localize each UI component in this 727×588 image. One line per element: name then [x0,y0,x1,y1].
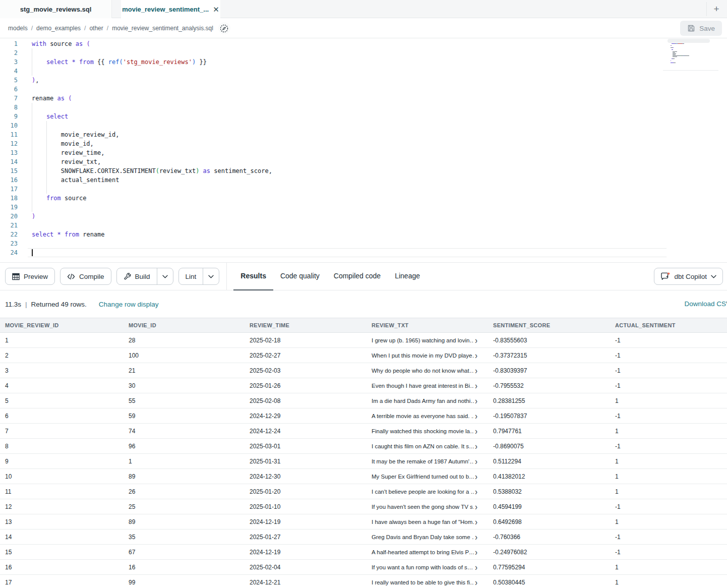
close-tab-icon[interactable]: ✕ [213,6,219,13]
expand-cell-icon[interactable]: › [475,533,477,541]
cell-review-txt: I grew up (b. 1965) watching and lovin…› [367,336,488,344]
expand-cell-icon[interactable]: › [475,351,477,359]
build-button[interactable]: Build [116,268,173,285]
breadcrumb-segment[interactable]: other [89,25,103,32]
code-line-2[interactable]: 2 [0,48,727,57]
expand-cell-icon[interactable]: › [475,518,477,525]
chevron-down-icon [208,275,214,278]
cell: 0.77595294 [488,564,610,571]
wrench-icon [124,273,131,280]
column-header-movie_id[interactable]: MOVIE_ID [124,322,245,328]
expand-cell-icon[interactable]: › [475,473,477,480]
tab-stg-movie-reviews[interactable]: stg_movie_reviews.sql [0,0,112,18]
expand-cell-icon[interactable]: › [475,457,477,465]
expand-cell-icon[interactable]: › [475,427,477,435]
code-line-5[interactable]: 5), [0,76,727,85]
tab-results[interactable]: Results [233,263,273,290]
expand-cell-icon[interactable]: › [475,367,477,374]
breadcrumb-segment[interactable]: models [8,25,28,32]
expand-cell-icon[interactable]: › [475,382,477,389]
code-line-14[interactable]: 14 review_txt, [0,157,727,166]
code-line-6[interactable]: 6 [0,85,727,94]
expand-cell-icon[interactable]: › [475,488,477,495]
column-header-review_txt[interactable]: REVIEW_TXT [367,322,488,328]
code-line-22[interactable]: 22select * from rename [0,230,727,239]
cell: 17 [0,579,124,586]
new-tab-button[interactable]: + [710,3,723,15]
column-header-sentiment_score[interactable]: SENTIMENT_SCORE [488,322,610,328]
code-line-15[interactable]: 15 SNOWFLAKE.CORTEX.SENTIMENT(review_txt… [0,166,727,175]
code-line-13[interactable]: 13 review_time, [0,148,727,157]
cell-review-txt: A half-hearted attempt to bring Elvis P…… [367,548,488,556]
line-number: 19 [0,203,18,212]
tab-movie-review-sentiment[interactable]: movie_review_sentiment_... ✕ [121,0,220,19]
code-line-23[interactable]: 23 [0,239,727,248]
cell: -1 [610,549,727,556]
code-line-1[interactable]: 1with source as ( [0,39,727,48]
code-line-10[interactable]: 10 [0,121,727,130]
download-csv-link[interactable]: Download CSV [684,300,727,308]
indent-guide [32,185,32,194]
tab-code-quality[interactable]: Code quality [273,263,327,290]
expand-cell-icon[interactable]: › [475,412,477,420]
cell: 0.41382012 [488,473,610,480]
cell: 2025-01-26 [245,382,367,389]
expand-cell-icon[interactable]: › [475,442,477,450]
code-line-11[interactable]: 11 movie_review_id, [0,130,727,139]
change-row-display-link[interactable]: Change row display [99,301,159,308]
cell: 16 [0,564,124,571]
tab-label: movie_review_sentiment_... [122,6,209,13]
tab-lineage[interactable]: Lineage [388,263,427,290]
build-dropdown-chevron[interactable] [157,268,173,284]
cell: 11 [0,488,124,495]
code-line-4[interactable]: 4 [0,67,727,76]
breadcrumb-segment[interactable]: demo_examples [36,25,81,32]
expand-cell-icon[interactable]: › [475,503,477,510]
code-line-18[interactable]: 18 from source [0,194,727,203]
column-header-movie_review_id[interactable]: MOVIE_REVIEW_ID [0,322,124,328]
code-line-9[interactable]: 9 select [0,112,727,121]
code-line-3[interactable]: 3 select * from {{ ref('stg_movie_review… [0,57,727,67]
cell-review-txt: I can't believe people are looking for a… [367,488,488,495]
code-line-21[interactable]: 21 [0,221,727,230]
cell: 1 [0,337,124,344]
column-header-actual_sentiment[interactable]: ACTUAL_SENTIMENT [610,322,727,328]
lint-dropdown-chevron[interactable] [203,268,219,284]
code-line-17[interactable]: 17 [0,185,727,194]
expand-cell-icon[interactable]: › [475,336,477,344]
code-line-16[interactable]: 16 actual_sentiment [0,175,727,185]
compile-button[interactable]: Compile [60,268,111,285]
lint-button[interactable]: Lint [178,268,220,285]
line-number: 9 [0,112,18,121]
code-line-8[interactable]: 8 [0,103,727,112]
table-row: 5552025-02-08Im a die hard Dads Army fan… [0,393,727,408]
cell: 2024-12-19 [245,549,367,556]
table-row: 3212025-02-03Why do people who do not kn… [0,363,727,378]
code-line-12[interactable]: 12 movie_id, [0,139,727,148]
indent-guide [32,67,32,76]
preview-button[interactable]: Preview [5,268,55,285]
dbt-ide-window: stg_movie_reviews.sql movie_review_senti… [0,0,727,588]
expand-cell-icon[interactable]: › [475,578,477,586]
expand-cell-icon[interactable]: › [475,563,477,571]
code-line-20[interactable]: 20) [0,212,727,221]
copilot-compass-icon[interactable] [218,22,230,34]
dbt-copilot-button[interactable]: dbt Copilot [654,268,723,285]
cell: 96 [124,443,245,450]
code-line-19[interactable]: 19 [0,203,727,212]
table-row: 12252025-01-10If you haven't seen the go… [0,499,727,514]
editor-minimap[interactable] [669,40,708,68]
cell-review-txt: Why do people who do not know what…› [367,367,488,374]
code-line-24[interactable]: 24 [0,248,727,257]
expand-cell-icon[interactable]: › [475,548,477,556]
save-button[interactable]: Save [680,21,722,36]
cell: -0.24976082 [488,549,610,556]
code-line-7[interactable]: 7rename as ( [0,94,727,103]
expand-cell-icon[interactable]: › [475,397,477,404]
sql-code-editor[interactable]: 1with source as (23 select * from {{ ref… [0,39,727,263]
minimap-viewport[interactable] [668,39,710,43]
breadcrumb-segment[interactable]: movie_review_sentiment_analysis.sql [112,25,213,32]
column-header-review_time[interactable]: REVIEW_TIME [245,322,367,328]
tab-compiled-code[interactable]: Compiled code [327,263,388,290]
results-table: MOVIE_REVIEW_IDMOVIE_IDREVIEW_TIMEREVIEW… [0,318,727,588]
